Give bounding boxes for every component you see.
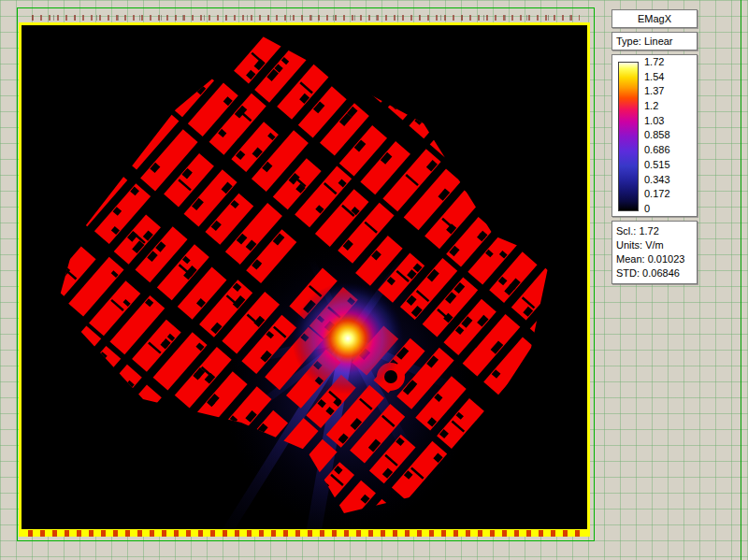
legend-stats: Scl.: 1.72 Units: V/m Mean: 0.01023 STD:… bbox=[611, 221, 698, 284]
colorbar-gradient bbox=[618, 62, 639, 211]
scale-tick-label: 0.515 bbox=[644, 160, 670, 170]
colorbar: 1.72 1.54 1.37 1.2 1.03 0.858 0.686 0.51… bbox=[611, 54, 698, 217]
stat-units: Units: V/m bbox=[616, 238, 693, 252]
colorbar-ticks: 1.72 1.54 1.37 1.2 1.03 0.858 0.686 0.51… bbox=[644, 57, 670, 214]
viewport-frame[interactable] bbox=[19, 22, 590, 537]
scale-tick-label: 1.54 bbox=[644, 72, 670, 82]
legend-type: Type: Linear bbox=[611, 32, 698, 50]
scale-tick-label: 0 bbox=[644, 204, 670, 214]
legend-panel[interactable]: EMagX Type: Linear 1.72 1.54 1.37 1.2 1.… bbox=[611, 9, 698, 288]
scale-tick-label: 1.37 bbox=[644, 86, 670, 96]
workspace: { "legend": { "title": "EMagX", "type_la… bbox=[0, 0, 748, 560]
top-clip-marks bbox=[32, 15, 580, 21]
scale-tick-label: 0.172 bbox=[644, 189, 670, 199]
scale-tick-label: 0.858 bbox=[644, 130, 670, 140]
field-canvas[interactable] bbox=[22, 25, 587, 529]
em-core bbox=[292, 282, 404, 395]
stat-scl: Scl.: 1.72 bbox=[616, 224, 693, 238]
scale-tick-label: 0.686 bbox=[644, 145, 670, 155]
bottom-clip-marks bbox=[28, 530, 584, 537]
scale-tick-label: 1.2 bbox=[644, 101, 670, 111]
scale-tick-label: 1.72 bbox=[644, 57, 670, 67]
window-edge-line bbox=[741, 0, 741, 560]
scale-tick-label: 0.343 bbox=[644, 175, 670, 185]
stat-mean: Mean: 0.01023 bbox=[616, 252, 693, 266]
stat-std: STD: 0.06846 bbox=[616, 266, 693, 280]
scale-tick-label: 1.03 bbox=[644, 116, 670, 126]
legend-title: EMagX bbox=[611, 9, 698, 28]
